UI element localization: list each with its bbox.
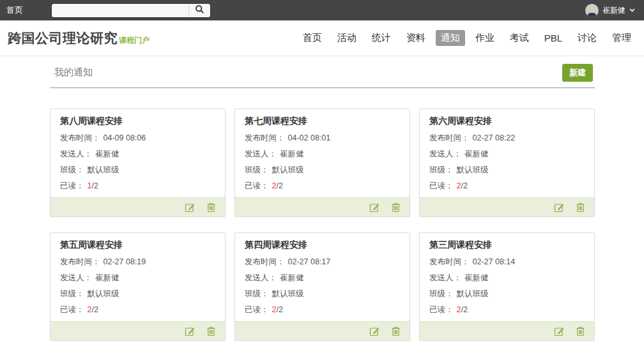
- avatar: [585, 4, 599, 17]
- nav-item-通知[interactable]: 通知: [436, 30, 465, 46]
- trash-icon[interactable]: [574, 326, 586, 337]
- read-row: 已读：1/2: [60, 181, 215, 190]
- read-label: 已读：: [60, 305, 84, 314]
- notification-card[interactable]: 第五周课程安排 发布时间：02-27 08:19 发送人：崔新健 班级：默认班级…: [50, 232, 226, 341]
- nav-item-统计[interactable]: 统计: [367, 30, 396, 46]
- edit-icon[interactable]: [553, 202, 565, 213]
- sender-value: 崔新健: [464, 149, 489, 158]
- read-total: /2: [91, 305, 98, 314]
- nav-item-资料[interactable]: 资料: [401, 30, 431, 46]
- class-label: 班级：: [429, 289, 454, 298]
- card-footer: [420, 197, 594, 216]
- class-row: 班级：默认班级: [429, 289, 585, 298]
- sender-row: 发送人：崔新健: [429, 149, 585, 158]
- publish-time-row: 发布时间：02-27 08:22: [429, 133, 585, 142]
- sender-value: 崔新健: [464, 273, 489, 282]
- notification-card[interactable]: 第六周课程安排 发布时间：02-27 08:22 发送人：崔新健 班级：默认班级…: [419, 109, 595, 217]
- site-header: 跨国公司理论研究 课程门户 首页 活动 统计 资料 通知 作业 考试 PBL 讨…: [0, 20, 644, 56]
- notification-title: 第八周课程安排: [60, 116, 215, 126]
- nav-item-讨论[interactable]: 讨论: [572, 30, 602, 46]
- search-icon: [195, 4, 204, 16]
- chevron-down-icon: [629, 8, 635, 12]
- read-row: 已读：2/2: [60, 305, 215, 314]
- sender-label: 发送人：: [429, 273, 461, 282]
- class-label: 班级：: [60, 289, 84, 298]
- page-title: 我的通知: [54, 66, 93, 77]
- class-row: 班级：默认班级: [60, 289, 215, 298]
- card-body: 第八周课程安排 发布时间：04-09 08:06 发送人：崔新健 班级：默认班级…: [50, 109, 225, 197]
- edit-icon[interactable]: [369, 326, 380, 337]
- topbar-home-link[interactable]: 首页: [6, 4, 23, 16]
- class-value: 默认班级: [457, 289, 489, 298]
- trash-icon[interactable]: [205, 202, 217, 213]
- nav-item-管理[interactable]: 管理: [607, 30, 636, 46]
- card-footer: [50, 197, 225, 216]
- read-total: /2: [91, 181, 98, 190]
- read-label: 已读：: [60, 181, 84, 190]
- edit-icon[interactable]: [553, 326, 565, 337]
- notification-card[interactable]: 第四周课程安排 发布时间：02-27 08:17 发送人：崔新健 班级：默认班级…: [234, 232, 410, 341]
- class-label: 班级：: [60, 165, 84, 174]
- sender-value: 崔新健: [95, 273, 119, 282]
- sender-value: 崔新健: [280, 273, 304, 282]
- course-portal-label: 课程门户: [119, 35, 150, 46]
- nav-item-考试[interactable]: 考试: [505, 30, 534, 46]
- publish-time-label: 发布时间：: [60, 257, 100, 266]
- publish-time-row: 发布时间：02-27 08:17: [245, 257, 400, 266]
- topbar: 首页 崔新健: [0, 0, 644, 20]
- read-total: /2: [461, 305, 467, 314]
- trash-icon[interactable]: [390, 326, 401, 337]
- publish-time-value: 02-27 08:17: [288, 257, 331, 266]
- class-value: 默认班级: [88, 165, 119, 174]
- notification-card[interactable]: 第七周课程安排 发布时间：04-02 08:01 发送人：崔新健 班级：默认班级…: [234, 109, 410, 217]
- publish-time-value: 02-27 08:14: [473, 257, 516, 266]
- edit-icon[interactable]: [369, 202, 380, 213]
- sender-label: 发送人：: [245, 149, 277, 158]
- brand: 跨国公司理论研究 课程门户: [8, 29, 150, 47]
- read-total: /2: [276, 305, 282, 314]
- nav-item-首页[interactable]: 首页: [298, 30, 327, 46]
- card-footer: [420, 321, 594, 340]
- sender-row: 发送人：崔新健: [60, 149, 215, 158]
- sender-label: 发送人：: [60, 273, 92, 282]
- sender-label: 发送人：: [245, 273, 277, 282]
- section-head: 我的通知 新建: [50, 56, 595, 88]
- search-button[interactable]: [188, 4, 210, 17]
- read-row: 已读：2/2: [429, 181, 585, 190]
- new-notification-button[interactable]: 新建: [562, 64, 593, 82]
- card-footer: [235, 321, 410, 340]
- nav-item-作业[interactable]: 作业: [470, 30, 500, 46]
- class-label: 班级：: [245, 165, 269, 174]
- main-content: 我的通知 新建 第八周课程安排 发布时间：04-09 08:06 发送人：崔新健…: [50, 56, 595, 341]
- user-menu[interactable]: 崔新健: [585, 4, 635, 17]
- notification-grid: 第八周课程安排 发布时间：04-09 08:06 发送人：崔新健 班级：默认班级…: [50, 109, 595, 341]
- notification-card[interactable]: 第八周课程安排 发布时间：04-09 08:06 发送人：崔新健 班级：默认班级…: [50, 109, 226, 217]
- notification-card[interactable]: 第三周课程安排 发布时间：02-27 08:14 发送人：崔新健 班级：默认班级…: [419, 232, 595, 341]
- publish-time-label: 发布时间：: [245, 257, 285, 266]
- sender-label: 发送人：: [429, 149, 461, 158]
- publish-time-row: 发布时间：02-27 08:14: [429, 257, 585, 266]
- trash-icon[interactable]: [574, 202, 586, 213]
- publish-time-label: 发布时间：: [245, 133, 285, 142]
- edit-icon[interactable]: [184, 202, 195, 213]
- class-row: 班级：默认班级: [245, 165, 400, 174]
- class-value: 默认班级: [272, 165, 304, 174]
- edit-icon[interactable]: [184, 326, 195, 337]
- read-total: /2: [276, 181, 282, 190]
- read-label: 已读：: [245, 181, 269, 190]
- read-row: 已读：2/2: [245, 305, 400, 314]
- read-total: /2: [461, 181, 467, 190]
- card-body: 第三周课程安排 发布时间：02-27 08:14 发送人：崔新健 班级：默认班级…: [420, 233, 594, 321]
- main-nav: 首页 活动 统计 资料 通知 作业 考试 PBL 讨论 管理: [298, 30, 636, 46]
- publish-time-label: 发布时间：: [429, 133, 470, 142]
- nav-item-PBL[interactable]: PBL: [539, 31, 567, 45]
- search-input[interactable]: [52, 4, 188, 17]
- trash-icon[interactable]: [390, 202, 401, 213]
- search-box: [51, 3, 211, 18]
- trash-icon[interactable]: [205, 326, 217, 337]
- read-row: 已读：2/2: [245, 181, 400, 190]
- card-footer: [235, 197, 410, 216]
- read-label: 已读：: [245, 305, 269, 314]
- nav-item-活动[interactable]: 活动: [332, 30, 362, 46]
- sender-row: 发送人：崔新健: [245, 149, 400, 158]
